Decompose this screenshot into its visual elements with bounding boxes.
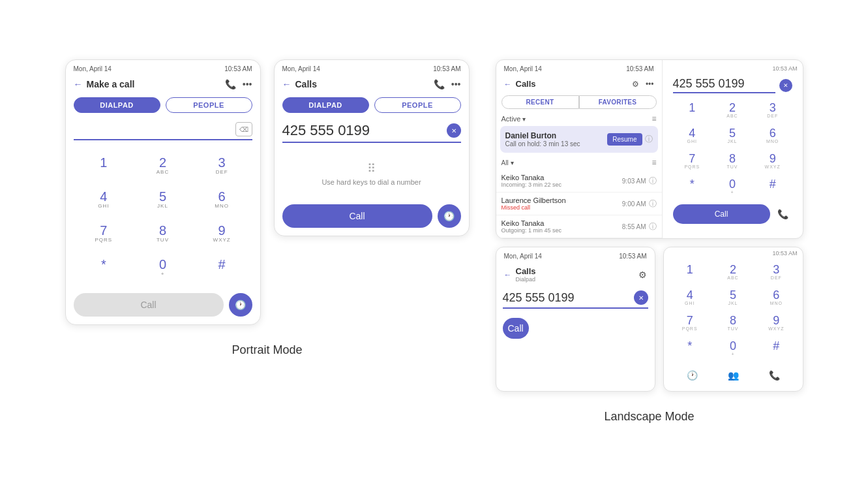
more-icon-1[interactable]: •••	[243, 79, 252, 89]
dp-key-1[interactable]: 1	[673, 99, 712, 123]
landscape-row-2: Mon, April 14 10:53 AM ← Calls Dialpad ⚙	[496, 247, 803, 392]
dp-key-0[interactable]: 0+	[713, 175, 752, 199]
detail-3: Outgoing: 1 min 45 sec	[501, 227, 562, 234]
key-4-1[interactable]: 4GHI	[76, 185, 132, 215]
key-5-1[interactable]: 5JKL	[135, 185, 190, 215]
back-icon-2[interactable]: ←	[282, 79, 292, 89]
call-button-2[interactable]: Call	[282, 204, 432, 228]
dp-b-key-3[interactable]: 3DEF	[755, 260, 797, 285]
active-label: Active	[501, 115, 521, 123]
info-3[interactable]: ⓘ	[649, 221, 657, 232]
recent-calls-btn-1[interactable]: 🕐	[229, 293, 252, 317]
small-dialpad-panel: 10:53 AM 1 2ABC 3DEF 4GHI 5JKL 6MNO 7PQR…	[663, 247, 803, 392]
phone-transfer-icon-2[interactable]: 📞	[434, 79, 445, 89]
call-item-1: Keiko Tanaka Incoming: 3 min 22 sec 9:03…	[496, 170, 662, 193]
landscape-container: Mon, April 14 10:53 AM ← Calls ⚙ •••	[496, 59, 803, 392]
portrait-mode-label: Portrait Mode	[232, 343, 302, 357]
active-info-icon[interactable]: ⓘ	[645, 134, 653, 145]
landscape-time-top: 10:53 AM	[668, 63, 798, 74]
bottom-contacts-icon[interactable]: 👥	[723, 365, 743, 386]
dp-phone-icon-top[interactable]: 📞	[774, 205, 792, 223]
key-0-1[interactable]: 0+	[135, 253, 190, 283]
small-calls-title: Calls	[516, 266, 536, 276]
phone-transfer-icon-1[interactable]: 📞	[225, 79, 236, 89]
dp-b-key-0[interactable]: 0+	[712, 337, 754, 361]
dp-key-8[interactable]: 8TUV	[713, 149, 752, 174]
small-back[interactable]: ←	[504, 270, 512, 279]
dp-key-hash[interactable]: #	[753, 175, 792, 199]
active-caller-name: Daniel Burton	[505, 131, 580, 140]
call-item-2: Laurence Gilbertson Missed call 9:00 AM …	[496, 193, 662, 215]
tab-favorites-1[interactable]: FAVORITES	[579, 95, 657, 109]
tab-recent-1[interactable]: RECENT	[501, 95, 579, 109]
dp-key-3[interactable]: 3DEF	[753, 99, 792, 123]
tab-people-1[interactable]: PEOPLE	[166, 97, 252, 113]
filter-icon-1[interactable]: ≡	[651, 114, 656, 123]
bottom-recent-icon[interactable]: 🕐	[681, 365, 702, 386]
key-1-1[interactable]: 1	[76, 151, 132, 181]
dp-key-7[interactable]: 7PQRS	[673, 149, 712, 174]
recent-icon-1: 🕐	[235, 300, 246, 310]
portrait-mockup-1: Mon, April 14 10:53 AM ← Make a call 📞 •…	[65, 59, 261, 325]
more-icon-2[interactable]: •••	[451, 79, 461, 89]
dp-b-key-4[interactable]: 4GHI	[669, 286, 711, 310]
dp-call-row-top: Call 📞	[668, 202, 798, 226]
landscape-settings-1[interactable]: ⚙	[632, 80, 639, 89]
clear-btn-1[interactable]: ⌫	[235, 122, 252, 136]
key-7-1[interactable]: 7PQRS	[76, 219, 132, 249]
key-3-1[interactable]: 3DEF	[194, 151, 250, 181]
mockup-header-2: Mon, April 14 10:53 AM	[275, 60, 469, 75]
dp-key-star[interactable]: *	[673, 175, 712, 199]
info-2[interactable]: ⓘ	[649, 198, 657, 210]
dp-b-key-8[interactable]: 8TUV	[712, 311, 754, 335]
dp-grid-bottom: 1 2ABC 3DEF 4GHI 5JKL 6MNO 7PQRS 8TUV 9W…	[664, 257, 803, 362]
nav-bar-1: ← Make a call 📞 •••	[66, 75, 260, 93]
dp-b-key-2[interactable]: 2ABC	[712, 260, 754, 285]
small-number-display: 425 555 0199	[503, 291, 634, 305]
tab-people-2[interactable]: PEOPLE	[374, 97, 461, 113]
dp-b-key-7[interactable]: 7PQRS	[669, 311, 711, 335]
back-icon-1[interactable]: ←	[74, 79, 83, 89]
small-call-btn[interactable]: Call	[503, 318, 529, 339]
key-hash-1[interactable]: #	[194, 253, 250, 283]
dp-key-5[interactable]: 5JKL	[713, 124, 752, 148]
backspace-icon-1: ⌫	[239, 126, 248, 133]
tab-dialpad-2[interactable]: DIALPAD	[282, 97, 369, 113]
dp-call-btn-top[interactable]: Call	[673, 204, 770, 224]
dp-b-key-5[interactable]: 5JKL	[712, 286, 754, 310]
key-8-1[interactable]: 8TUV	[135, 219, 190, 249]
time-2: 10:53 AM	[433, 65, 460, 72]
landscape-mockup-1: Mon, April 14 10:53 AM ← Calls ⚙ •••	[496, 59, 803, 239]
landscape-more-1[interactable]: •••	[646, 80, 654, 89]
bottom-phone-icon[interactable]: 📞	[764, 365, 785, 386]
info-1[interactable]: ⓘ	[649, 176, 657, 187]
dp-b-key-9[interactable]: 9WXYZ	[755, 311, 797, 335]
clear-btn-2[interactable]: ✕	[447, 123, 461, 138]
small-calls-time: 10:53 AM	[619, 253, 646, 260]
call-bar-1: Call 🕐	[66, 288, 260, 324]
recent-calls-btn-2[interactable]: 🕐	[438, 204, 461, 228]
call-button-1[interactable]: Call	[74, 293, 224, 317]
small-settings[interactable]: ⚙	[638, 270, 647, 280]
dp-b-key-1[interactable]: 1	[669, 260, 711, 285]
dp-key-2[interactable]: 2ABC	[713, 99, 752, 123]
dp-b-key-hash[interactable]: #	[755, 337, 797, 361]
dp-b-key-star[interactable]: *	[669, 337, 711, 361]
small-clear-btn[interactable]: ✕	[634, 290, 648, 305]
dp-clear-top[interactable]: ✕	[779, 79, 792, 92]
dp-key-6[interactable]: 6MNO	[753, 124, 792, 148]
dp-b-key-6[interactable]: 6MNO	[755, 286, 797, 310]
key-star-1[interactable]: *	[76, 253, 132, 283]
key-2-1[interactable]: 2ABC	[135, 151, 190, 181]
small-calls-date: Mon, April 14	[504, 253, 542, 260]
tab-dialpad-1[interactable]: DIALPAD	[74, 97, 160, 113]
number-input-1[interactable]	[74, 123, 235, 136]
dp-key-4[interactable]: 4GHI	[673, 124, 712, 148]
dp-key-9[interactable]: 9WXYZ	[753, 149, 792, 174]
key-9-1[interactable]: 9WXYZ	[194, 219, 250, 249]
key-6-1[interactable]: 6MNO	[194, 185, 250, 215]
landscape-back-1[interactable]: ←	[504, 80, 512, 89]
active-call-card: Daniel Burton Call on hold: 3 min 13 sec…	[500, 126, 658, 153]
resume-button[interactable]: Resume	[607, 133, 642, 146]
filter-icon-2[interactable]: ≡	[651, 158, 656, 167]
